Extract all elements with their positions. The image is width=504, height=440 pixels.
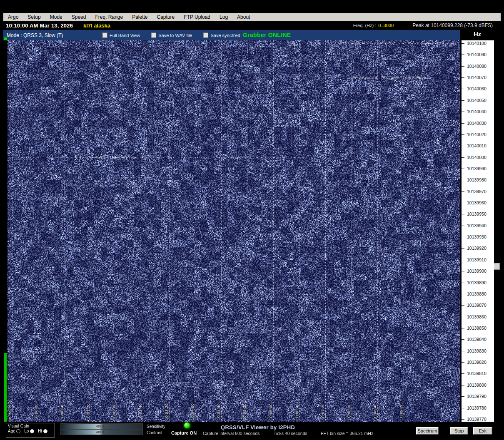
freq-tick-mark bbox=[462, 419, 464, 420]
freq-tick-mark bbox=[462, 328, 464, 328]
freq-tick-mark bbox=[462, 112, 464, 112]
freq-range-value: 0..3000 bbox=[378, 23, 394, 28]
freq-axis-label: 10139850 bbox=[467, 326, 487, 331]
freq-axis-label: 10139790 bbox=[467, 394, 487, 399]
freq-axis-label: 10140040 bbox=[467, 109, 487, 114]
freq-axis-label: 10139770 bbox=[467, 417, 487, 422]
status-bar: Visual Gain AgcLoHi 40/100 40/100 Sensit… bbox=[0, 422, 504, 440]
freq-axis-label: 10140080 bbox=[467, 64, 487, 69]
freq-axis-label: 10139980 bbox=[467, 177, 487, 182]
exit-button[interactable]: Exit bbox=[473, 427, 492, 435]
time-axis-label: 10:07:20 bbox=[320, 403, 325, 420]
grabber-online-status: Grabber ONLINE bbox=[243, 32, 291, 38]
freq-axis-label: 10139830 bbox=[467, 348, 487, 353]
grabber-id: kl7l alaska bbox=[83, 22, 110, 29]
freq-tick-mark bbox=[462, 43, 464, 44]
freq-tick-mark bbox=[462, 157, 464, 158]
freq-axis-label: 10139930 bbox=[467, 234, 487, 239]
freq-tick-mark bbox=[462, 146, 464, 146]
checkbox-full-band-view[interactable]: Full Band View bbox=[102, 32, 140, 38]
radio-icon[interactable] bbox=[30, 429, 34, 433]
app-title: QRSS/VLF Viewer by I2PHD bbox=[221, 424, 295, 430]
menu-item-log[interactable]: Log bbox=[215, 13, 232, 21]
contrast-slider[interactable]: 40/100 bbox=[60, 429, 143, 435]
menu-item-mode[interactable]: Mode bbox=[45, 13, 67, 21]
sensitivity-label: Sensitivity bbox=[147, 424, 165, 429]
stop-button[interactable]: Stop bbox=[450, 427, 468, 435]
time-axis-label: 10:04:40 bbox=[216, 403, 221, 420]
visual-gain-option-hi[interactable]: Hi bbox=[38, 429, 47, 433]
freq-axis-label: 10139780 bbox=[467, 405, 487, 410]
freq-axis-label: 10139990 bbox=[467, 166, 487, 171]
menu-item-about[interactable]: About bbox=[232, 13, 254, 21]
freq-axis-label: 10140000 bbox=[467, 155, 487, 160]
freq-axis-label: 10140090 bbox=[467, 52, 487, 57]
visual-gain-option-lo[interactable]: Lo bbox=[24, 429, 34, 433]
freq-axis-label: 10140100 bbox=[467, 41, 487, 46]
capture-marker-icon bbox=[4, 37, 7, 40]
menu-item-setup[interactable]: Setup bbox=[23, 13, 45, 21]
checkbox-icon[interactable] bbox=[203, 32, 208, 38]
menu-item-capture[interactable]: Capture bbox=[152, 13, 180, 21]
radio-icon[interactable] bbox=[43, 429, 47, 433]
freq-tick-mark bbox=[462, 294, 464, 294]
header-row: 10:10:00 AM Mar 13, 2026 kl7l alaska Fre… bbox=[3, 21, 501, 30]
checkbox-save-to-wav-file[interactable]: Save to WAV file bbox=[151, 32, 192, 38]
menu-item-ftp-upload[interactable]: FTP Upload bbox=[179, 13, 215, 21]
checkbox-icon[interactable] bbox=[151, 32, 156, 38]
mode-text: Mode : QRSS 3, Slow (T) bbox=[7, 32, 63, 38]
ticks-info: Ticks 40 seconds bbox=[274, 431, 307, 436]
freq-range-readout: Freq. (Hz) :0..3000 bbox=[353, 23, 394, 28]
freq-tick-mark bbox=[462, 283, 464, 283]
clock-display: 10:10:00 AM Mar 13, 2026 bbox=[6, 22, 73, 29]
freq-axis-label: 10140060 bbox=[467, 86, 487, 91]
freq-tick-mark bbox=[462, 169, 464, 169]
time-axis-label: 10:08:00 bbox=[347, 403, 351, 420]
fft-bin-info: FFT bin size = 366.21 mHz bbox=[321, 431, 373, 436]
freq-tick-mark bbox=[462, 203, 464, 203]
freq-axis-label: 10139800 bbox=[467, 383, 487, 388]
freq-axis-label: 10139940 bbox=[467, 223, 487, 228]
menu-item-argo[interactable]: Argo bbox=[3, 13, 23, 21]
sensitivity-slider[interactable]: 40/100 bbox=[60, 423, 143, 429]
time-axis-label: 10:00:00 bbox=[34, 403, 38, 420]
freq-tick-mark bbox=[462, 351, 464, 351]
radio-icon[interactable] bbox=[16, 429, 20, 433]
visual-gain-option-label: Hi bbox=[38, 429, 42, 433]
mode-bar: Mode : QRSS 3, Slow (T) Full Band ViewSa… bbox=[3, 30, 460, 40]
checkbox-label: Save to WAV file bbox=[158, 33, 192, 38]
scrollbar-thumb[interactable] bbox=[494, 263, 500, 270]
checkbox-icon[interactable] bbox=[102, 32, 107, 38]
visual-gain-option-agc[interactable]: Agc bbox=[8, 429, 20, 433]
visual-gain-box: Visual Gain AgcLoHi bbox=[6, 423, 55, 438]
time-axis-label: 10:00:40 bbox=[60, 403, 64, 420]
time-axis-label: 10:05:20 bbox=[242, 403, 247, 420]
time-axis-label: 10:02:00 bbox=[112, 403, 116, 420]
time-axis-label: 10:04:00 bbox=[190, 403, 195, 420]
freq-tick-mark bbox=[462, 317, 464, 317]
visual-gain-option-label: Agc bbox=[8, 429, 15, 433]
freq-axis-label: 10139910 bbox=[467, 257, 487, 262]
freq-tick-mark bbox=[462, 89, 464, 89]
time-axis-label: 10:02:40 bbox=[138, 403, 142, 420]
time-axis-label: 10:06:00 bbox=[268, 403, 273, 420]
spectrum-button[interactable]: Spectrum bbox=[416, 427, 439, 435]
freq-axis-label: 10140070 bbox=[467, 75, 487, 80]
freq-tick-mark bbox=[462, 396, 464, 397]
freq-tick-mark bbox=[462, 362, 464, 363]
freq-scale: 1014010010140090101400801014007010140060… bbox=[462, 40, 494, 422]
spectrogram-canvas[interactable] bbox=[7, 40, 460, 422]
freq-axis-label: 10139820 bbox=[467, 360, 487, 365]
checkbox-save-synch-ed[interactable]: Save synch'ed bbox=[203, 32, 240, 38]
visual-gain-options: AgcLoHi bbox=[8, 429, 55, 433]
freq-tick-mark bbox=[462, 408, 464, 408]
menu-item-palette[interactable]: Palette bbox=[127, 13, 152, 21]
menu-item-speed[interactable]: Speed bbox=[67, 13, 91, 21]
freq-tick-mark bbox=[462, 180, 464, 180]
menu-item-freq-range[interactable]: Freq. Range bbox=[90, 13, 127, 21]
freq-tick-mark bbox=[462, 214, 464, 214]
freq-tick-mark bbox=[462, 339, 464, 340]
freq-tick-mark bbox=[462, 248, 464, 249]
visual-gain-label: Visual Gain bbox=[8, 424, 55, 428]
freq-tick-mark bbox=[462, 123, 464, 124]
